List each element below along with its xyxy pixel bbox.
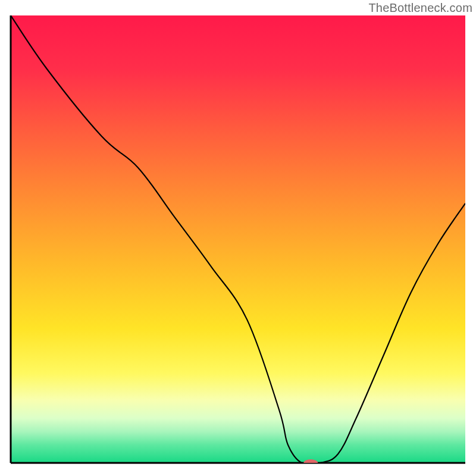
chart-svg xyxy=(0,0,476,476)
bottleneck-chart: TheBottleneck.com xyxy=(0,0,476,476)
optimal-marker xyxy=(303,459,318,466)
watermark-text: TheBottleneck.com xyxy=(368,1,472,15)
plot-background xyxy=(11,15,465,463)
